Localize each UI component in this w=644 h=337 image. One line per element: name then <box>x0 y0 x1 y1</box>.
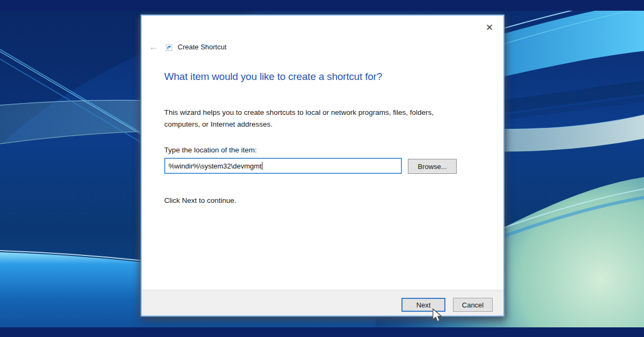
top-letterbox-bar <box>0 0 644 11</box>
text-caret <box>262 162 262 170</box>
dialog-title: Create Shortcut <box>178 43 226 51</box>
shortcut-icon <box>166 43 172 50</box>
wizard-description: This wizard helps you to create shortcut… <box>164 107 458 131</box>
location-value: %windir%\system32\devmgmt <box>169 162 261 170</box>
create-shortcut-dialog: ✕ ← Create Shortcut What item would you … <box>141 14 504 317</box>
close-button[interactable]: ✕ <box>482 20 497 35</box>
location-input[interactable]: %windir%\system32\devmgmt <box>164 158 402 174</box>
location-label: Type the location of the item: <box>164 146 257 154</box>
close-icon: ✕ <box>486 23 493 33</box>
cancel-button[interactable]: Cancel <box>453 298 493 312</box>
browse-button[interactable]: Browse... <box>408 159 457 174</box>
wizard-heading: What item would you like to create a sho… <box>164 71 382 83</box>
dialog-footer: Next Cancel <box>142 290 503 316</box>
back-arrow-icon: ← <box>149 41 158 52</box>
back-button[interactable]: ← <box>147 41 160 52</box>
location-row: %windir%\system32\devmgmt Browse... <box>164 158 457 174</box>
mouse-cursor <box>432 308 443 323</box>
bottom-letterbox-bar <box>0 327 644 337</box>
wizard-header: ← Create Shortcut <box>147 41 226 52</box>
next-hint: Click Next to continue. <box>164 196 236 204</box>
